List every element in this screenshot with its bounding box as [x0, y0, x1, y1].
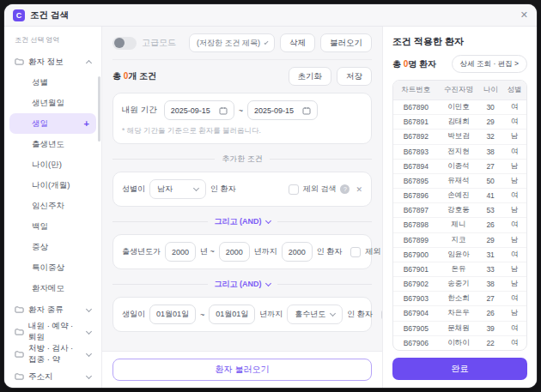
visit-from-input[interactable]: 2025-09-15 — [164, 100, 234, 120]
saved-condition-select[interactable]: (저장한 조건 제목) — [189, 33, 275, 52]
table-row[interactable]: B67899지코29남 — [393, 232, 526, 247]
condition-value-select[interactable]: 남자 — [149, 179, 206, 199]
sidebar-folder-환자 종류[interactable]: 환자 종류 — [9, 299, 96, 321]
condition-value-input[interactable]: 2000 — [165, 242, 196, 262]
table-cell: 여 — [502, 190, 526, 201]
table-row[interactable]: B67896손예진41여 — [393, 188, 526, 202]
table-row[interactable]: B67905문채원39여 — [393, 321, 526, 335]
table-cell: 남 — [502, 176, 526, 186]
table-cell: 31 — [478, 250, 502, 259]
condition-value-select[interactable]: 홀수년도 — [287, 305, 343, 324]
sidebar-item-임신주차[interactable]: 임신주차 — [9, 196, 96, 216]
condition-text: 년 ~ — [200, 246, 215, 257]
sidebar-folder-주소지[interactable]: 주소지 — [9, 365, 96, 388]
help-icon[interactable]: ? — [340, 184, 350, 194]
detail-edit-button[interactable]: 상세 조회 · 편집 > — [452, 55, 527, 73]
advanced-mode-toggle[interactable]: 고급모드 — [112, 37, 176, 50]
condition-value-input[interactable]: 2000 — [219, 242, 250, 262]
sidebar-item-증상[interactable]: 증상 — [9, 237, 96, 257]
condition-row: 출생년도가2000년 ~2000년까지2000인 환자제외 검색?✕ — [122, 242, 362, 262]
added-conditions-label: 추가한 조건 — [222, 154, 263, 165]
table-row[interactable]: B67890이민호30여 — [393, 100, 526, 114]
table-header-cell: 성별 — [502, 81, 526, 100]
condition-value-input[interactable]: 01월01일 — [209, 305, 255, 324]
sidebar-item-백일[interactable]: 백일 — [9, 216, 96, 237]
table-cell: 제니 — [439, 220, 479, 230]
table-row[interactable]: B67906이하이22여 — [393, 335, 526, 350]
visit-to-input[interactable]: 2025-09-15 — [247, 100, 318, 120]
table-header-cell: 차트번호 — [393, 81, 439, 100]
table-row[interactable]: B67903한소희27여 — [393, 291, 526, 305]
sidebar-scrollbar[interactable] — [98, 76, 100, 142]
table-row[interactable]: B67898제니26여 — [393, 217, 526, 232]
table-row[interactable]: B67904차은우26남 — [393, 305, 526, 320]
reset-button[interactable]: 초기화 — [289, 67, 332, 86]
panel-title: 조건 적용한 환자 — [392, 35, 527, 48]
sidebar-item-성별[interactable]: 성별 — [9, 72, 96, 93]
chevron-down-icon — [193, 185, 199, 191]
exclude-checkbox[interactable] — [350, 247, 361, 257]
table-cell: B67896 — [393, 191, 439, 200]
done-button[interactable]: 완료 — [392, 358, 527, 380]
sidebar-folder-내원 · 예약 · 퇴원[interactable]: 내원 · 예약 · 퇴원 — [9, 321, 96, 343]
table-row[interactable]: B67897강호동53남 — [393, 202, 526, 217]
table-row[interactable]: B67901온유33남 — [393, 262, 526, 276]
table-cell: 김태희 — [439, 117, 479, 127]
sidebar-item-특이증상[interactable]: 특이증상 — [9, 257, 96, 278]
table-cell: B67892 — [393, 132, 439, 141]
sidebar-folder-처방 · 검사 · 접종 · 약[interactable]: 처방 · 검사 · 접종 · 약 — [9, 343, 96, 365]
condition-input-value: 01월01일 — [156, 309, 189, 320]
table-row[interactable]: B67895유재석50남 — [393, 173, 526, 188]
condition-value-input[interactable]: 01월01일 — [149, 305, 196, 324]
table-header-cell: 나이 — [478, 81, 502, 100]
condition-select-value: 홀수년도 — [295, 309, 325, 320]
exclude-checkbox[interactable] — [289, 184, 299, 195]
condition-row: 성별이남자인 환자제외 검색?✕ — [122, 179, 362, 199]
delete-button[interactable]: 삭제 — [280, 33, 315, 52]
sidebar-item-label: 나이(만) — [32, 160, 89, 171]
table-cell: 여 — [502, 338, 526, 348]
table-cell: 한소희 — [439, 293, 479, 304]
sidebar-item-나이(개월)[interactable]: 나이(개월) — [9, 175, 96, 196]
table-cell: 남 — [502, 235, 526, 245]
toggle-track[interactable] — [112, 37, 137, 50]
sidebar-group-patient-info[interactable]: 환자 정보 — [9, 51, 96, 72]
sidebar-item-label: 성별 — [32, 77, 89, 88]
load-button[interactable]: 불러오기 — [320, 33, 372, 52]
sidebar-item-환자메모[interactable]: 환자메모 — [9, 278, 96, 299]
close-icon[interactable]: ✕ — [520, 10, 528, 20]
sidebar-item-list: 성별생년월일생일+출생년도나이(만)나이(개월)임신주차백일증상특이증상환자메모 — [9, 72, 96, 299]
table-cell: B67894 — [393, 162, 439, 171]
sidebar-item-label: 생일 — [32, 118, 84, 130]
sidebar-item-생일[interactable]: 생일+ — [9, 113, 96, 134]
save-button[interactable]: 저장 — [337, 67, 372, 86]
condition-text: 생일이 — [122, 309, 145, 320]
builder-footer: 환자 불러오기 — [102, 351, 382, 388]
condition-value-input[interactable]: 2000 — [282, 242, 313, 262]
table-row[interactable]: B67892박보검32남 — [393, 129, 526, 143]
add-condition-icon[interactable]: + — [84, 118, 89, 129]
sidebar-item-생년월일[interactable]: 생년월일 — [9, 93, 96, 113]
table-row[interactable]: B67891김태희29여 — [393, 114, 526, 129]
visit-period-card: 내원 기간 2025-09-15 ~ 2025-09-15 * 해당 기간을 기… — [112, 93, 372, 144]
chevron-down-icon — [86, 328, 92, 334]
toggle-knob — [114, 38, 125, 48]
sidebar-item-나이(만)[interactable]: 나이(만) — [9, 154, 96, 175]
condition-row: 생일이01월01일~01월01일년까지홀수년도인 환자제외 검색?✕ — [122, 305, 362, 324]
table-row[interactable]: B67902송중기38남 — [393, 276, 526, 291]
table-cell: 남 — [502, 308, 526, 318]
sidebar-item-출생년도[interactable]: 출생년도 — [9, 134, 96, 154]
table-row[interactable]: B67894이종석27남 — [393, 159, 526, 173]
table-cell: 남 — [502, 264, 526, 274]
table-cell: B67906 — [393, 339, 439, 347]
remove-condition-icon[interactable]: ✕ — [356, 185, 362, 194]
table-row[interactable]: B67900임윤아31여 — [393, 247, 526, 262]
load-patients-button[interactable]: 환자 불러오기 — [112, 359, 372, 381]
table-cell: B67899 — [393, 236, 439, 244]
table-cell: 차은우 — [439, 308, 479, 318]
and-divider: 그리고 (AND) — [112, 216, 372, 227]
condition-text: 년까지 — [254, 246, 277, 257]
patient-count: 총 0명 환자 — [392, 58, 436, 70]
table-row[interactable]: B67893전지현38여 — [393, 144, 526, 159]
title-bar: C 조건 검색 ✕ — [4, 4, 537, 27]
